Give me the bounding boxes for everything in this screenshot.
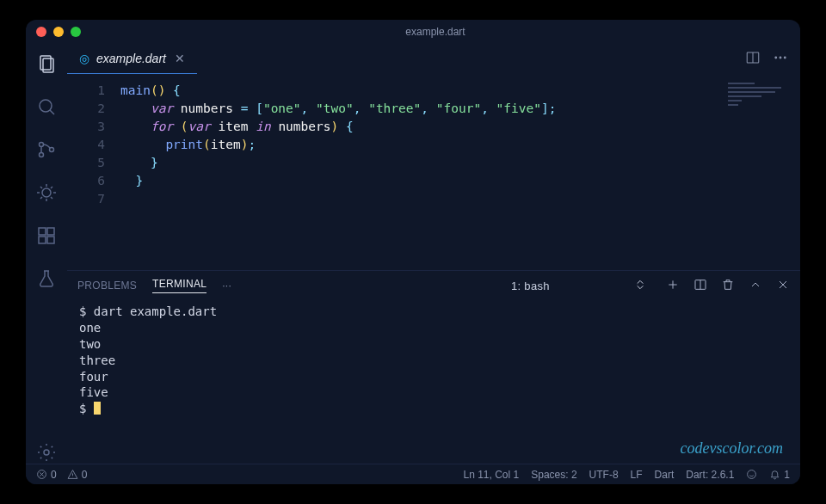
svg-point-2	[40, 100, 52, 112]
terminal-line: $ dart example.dart	[79, 304, 788, 320]
line-number: 1	[67, 82, 120, 100]
terminal-line: two	[79, 336, 788, 353]
new-terminal-icon[interactable]	[666, 278, 680, 294]
window-title: example.dart	[81, 26, 790, 38]
kill-terminal-icon[interactable]	[721, 278, 735, 294]
status-feedback-icon[interactable]	[746, 469, 757, 480]
titlebar: example.dart	[26, 20, 800, 44]
svg-point-5	[50, 148, 54, 152]
svg-rect-7	[39, 228, 46, 235]
maximize-window-button[interactable]	[71, 27, 81, 37]
status-warnings[interactable]: 0	[67, 469, 88, 481]
status-encoding[interactable]: UTF-8	[589, 469, 619, 481]
line-number: 3	[67, 118, 120, 136]
code-line[interactable]: 4 print(item);	[67, 136, 723, 154]
code-line[interactable]: 2 var numbers = ["one", "two", "three", …	[67, 100, 723, 118]
maximize-panel-icon[interactable]	[749, 278, 762, 294]
debug-icon[interactable]	[35, 181, 58, 204]
code-line[interactable]: 1main() {	[67, 82, 723, 100]
status-language[interactable]: Dart	[655, 469, 675, 481]
code-content[interactable]: }	[120, 172, 143, 190]
tab-example-dart[interactable]: ◎ example.dart ✕	[67, 44, 197, 74]
svg-rect-9	[39, 237, 46, 243]
terminal-line: five	[79, 384, 788, 401]
tab-bar: ◎ example.dart ✕	[67, 44, 800, 75]
status-errors[interactable]: 0	[36, 469, 57, 481]
terminal-cursor	[94, 402, 101, 415]
split-terminal-icon[interactable]	[693, 278, 707, 294]
status-cursor-position[interactable]: Ln 11, Col 1	[464, 469, 520, 481]
status-notifications[interactable]: 1	[769, 469, 790, 481]
terminal-line: four	[79, 369, 788, 385]
svg-rect-10	[47, 237, 54, 243]
split-editor-icon[interactable]	[745, 50, 761, 69]
line-number: 2	[67, 100, 120, 118]
svg-point-6	[42, 188, 51, 197]
svg-point-13	[775, 57, 777, 58]
editor-window: example.dart	[26, 20, 800, 484]
testing-icon[interactable]	[35, 267, 58, 290]
svg-point-15	[784, 57, 786, 58]
explorer-icon[interactable]	[35, 52, 58, 75]
more-actions-icon[interactable]	[773, 50, 788, 69]
code-content[interactable]: var numbers = ["one", "two", "three", "f…	[120, 100, 556, 118]
line-number: 4	[67, 136, 120, 154]
close-tab-icon[interactable]: ✕	[175, 52, 185, 65]
extensions-icon[interactable]	[35, 224, 58, 247]
tab-terminal[interactable]: TERMINAL	[152, 278, 206, 293]
line-number: 5	[67, 154, 120, 172]
code-line[interactable]: 7	[67, 190, 723, 208]
line-number: 6	[67, 172, 120, 190]
code-line[interactable]: 5 }	[67, 154, 723, 172]
terminal-line: three	[79, 353, 788, 369]
code-content[interactable]: }	[120, 154, 158, 172]
line-number: 7	[67, 190, 120, 208]
close-window-button[interactable]	[36, 27, 46, 37]
svg-point-3	[40, 143, 44, 147]
terminal-prompt[interactable]: $	[79, 401, 788, 417]
code-content[interactable]: print(item);	[120, 136, 256, 154]
tab-label: example.dart	[96, 52, 166, 65]
dart-file-icon: ◎	[79, 52, 89, 65]
svg-rect-8	[47, 228, 54, 235]
minimize-window-button[interactable]	[53, 27, 64, 37]
code-editor[interactable]: 1main() {2 var numbers = ["one", "two", …	[67, 75, 723, 270]
svg-point-14	[780, 57, 781, 58]
svg-point-18	[748, 470, 756, 479]
activity-bar	[26, 44, 67, 464]
status-eol[interactable]: LF	[631, 469, 643, 481]
code-line[interactable]: 3 for (var item in numbers) {	[67, 118, 723, 136]
tab-problems[interactable]: PROBLEMS	[77, 280, 137, 292]
minimap[interactable]	[723, 75, 800, 270]
terminal-line: one	[79, 320, 788, 336]
search-icon[interactable]	[35, 95, 58, 118]
code-content[interactable]: main() {	[120, 82, 181, 100]
svg-point-4	[40, 153, 44, 157]
select-caret-icon	[633, 278, 647, 294]
status-indentation[interactable]: Spaces: 2	[531, 469, 576, 481]
terminal[interactable]: $ dart example.dartonetwothreefourfive$ …	[67, 300, 800, 464]
code-content[interactable]: for (var item in numbers) {	[120, 118, 354, 136]
terminal-select[interactable]: 1: bash	[506, 276, 652, 296]
watermark: codevscolor.com	[681, 438, 783, 458]
close-panel-icon[interactable]	[776, 278, 790, 294]
panel: PROBLEMS TERMINAL ··· 1: bash	[67, 270, 800, 464]
source-control-icon[interactable]	[35, 138, 58, 161]
status-bar: 0 0 Ln 11, Col 1 Spaces: 2 UTF-8 LF Dart…	[26, 464, 800, 484]
panel-more-icon[interactable]: ···	[222, 280, 231, 292]
status-sdk[interactable]: Dart: 2.6.1	[686, 469, 734, 481]
settings-gear-icon[interactable]	[35, 441, 58, 464]
traffic-lights	[36, 27, 81, 37]
code-line[interactable]: 6 }	[67, 172, 723, 190]
svg-point-11	[44, 450, 49, 455]
